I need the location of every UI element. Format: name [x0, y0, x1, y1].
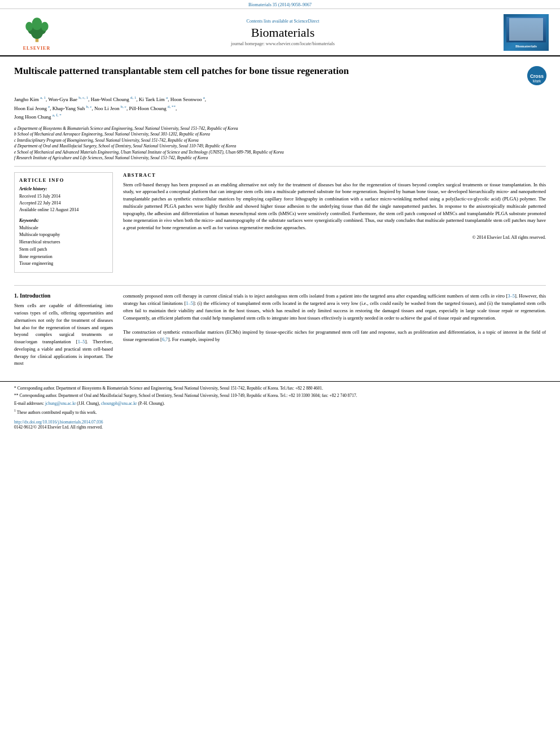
journal-center: Contents lists available at ScienceDirec… [62, 19, 504, 46]
keyword-4: Stem cell patch [19, 246, 108, 254]
email-choung[interactable]: choungph@snu.ac.kr [101, 401, 137, 406]
affiliation-f: f Research Institute of Agriculture and … [14, 155, 546, 161]
keyword-6: Tissue engineering [19, 260, 108, 268]
sciencedirect-info: Contents lists available at ScienceDirec… [62, 19, 504, 24]
elsevier-brand-text: ELSEVIER [23, 46, 50, 51]
article-info-box: ARTICLE INFO Article history: Received 1… [14, 172, 113, 273]
intro-right-text: commonly proposed stem cell therapy in c… [123, 292, 546, 343]
ref-1-5-link-2[interactable]: 1–5 [186, 300, 193, 306]
intro-left-text: Stem cells are capable of differentiatin… [14, 302, 113, 367]
available-date: Available online 12 August 2014 [19, 207, 108, 213]
elsevier-logo: ELSEVIER [11, 14, 62, 51]
page: Biomaterials 35 (2014) 9058–9067 ELSEVIE… [0, 0, 560, 747]
received-date: Received 15 July 2014 [19, 193, 108, 200]
biomaterials-logo-box: Biomaterials [504, 14, 549, 51]
article-info-title: ARTICLE INFO [19, 177, 108, 183]
abstract-title: ABSTRACT [123, 172, 546, 178]
keyword-5: Bone regeneration [19, 254, 108, 261]
keywords-title: Keywords: [19, 218, 108, 223]
intro-right-column: commonly proposed stem cell therapy in c… [123, 292, 546, 367]
left-column: ARTICLE INFO Article history: Received 1… [14, 172, 113, 279]
accepted-date: Accepted 22 July 2014 [19, 200, 108, 207]
section-divider [14, 285, 546, 286]
volume-text: Biomaterials 35 (2014) 9058–9067 [248, 2, 312, 7]
keyword-2: Multiscale topography [19, 231, 108, 239]
affiliation-d: d Department of Oral and Maxillofacial S… [14, 143, 546, 150]
elsevier-tree-icon [21, 14, 53, 45]
footnote-2: ** Corresponding author. Department of O… [14, 392, 546, 399]
svg-point-4 [32, 18, 42, 30]
affiliation-c: c Interdisciplinary Program of Bioengine… [14, 138, 546, 144]
affiliation-b: b School of Mechanical and Aerospace Eng… [14, 132, 546, 138]
footnote-1: * Corresponding author. Department of Bi… [14, 385, 546, 391]
abstract-copyright: © 2014 Elsevier Ltd. All rights reserved… [123, 235, 546, 240]
svg-point-5 [25, 22, 33, 31]
journal-volume-info: Biomaterials 35 (2014) 9058–9067 [0, 0, 560, 9]
svg-point-6 [41, 22, 48, 31]
journal-title: Biomaterials [62, 25, 504, 40]
doi-section: http://dx.doi.org/10.1016/j.biomaterials… [0, 417, 560, 432]
ref-1-5-link[interactable]: 1–5 [78, 339, 85, 344]
footnote-email: E-mail addresses: jchung@snu.ac.kr (J.H.… [14, 400, 546, 407]
ref-6-7-link[interactable]: 6,7 [162, 337, 168, 342]
svg-text:Mark: Mark [533, 79, 541, 83]
authors-section: Jangho Kim a, 1, Won-Gyu Bae b, c, 1, Ha… [14, 95, 546, 121]
crossmark-icon: Cross Mark [526, 65, 548, 86]
affiliation-e: e School of Mechanical and Advanced Mate… [14, 150, 546, 156]
doi-copyright: 0142-9612/© 2014 Elsevier Ltd. All right… [14, 425, 546, 430]
right-column: ABSTRACT Stem cell-based therapy has bee… [123, 172, 546, 279]
journal-header: ELSEVIER Contents lists available at Sci… [0, 9, 560, 56]
email-jchung[interactable]: jchung@snu.ac.kr [45, 401, 76, 406]
abstract-text: Stem cell-based therapy has been propose… [123, 181, 546, 231]
biomaterials-logo-text: Biomaterials [515, 44, 537, 49]
keyword-1: Multiscale [19, 225, 108, 232]
ref-3-5-link-1[interactable]: 3–5 [508, 293, 515, 299]
footnotes-section: * Corresponding author. Department of Bi… [0, 381, 560, 416]
footnote-equal: 1 These authors contributed equally to t… [14, 408, 546, 416]
intro-left-column: 1. Introduction Stem cells are capable o… [14, 292, 113, 367]
keyword-3: Hierarchical structures [19, 239, 108, 246]
affiliation-a: a Department of Biosystems & Biomaterial… [14, 126, 546, 132]
svg-text:Cross: Cross [530, 73, 544, 79]
article-body-top: ARTICLE INFO Article history: Received 1… [14, 172, 546, 279]
crossmark-badge[interactable]: Cross Mark [526, 65, 546, 85]
main-content: Multiscale patterned transplantable stem… [0, 56, 560, 373]
article-title: Multiscale patterned transplantable stem… [14, 65, 520, 77]
journal-homepage: journal homepage: www.elsevier.com/locat… [62, 41, 504, 46]
article-history-title: Article history: [19, 186, 108, 191]
doi-link[interactable]: http://dx.doi.org/10.1016/j.biomaterials… [14, 420, 546, 425]
sciencedirect-link[interactable]: ScienceDirect [294, 19, 320, 24]
affiliations-section: a Department of Biosystems & Biomaterial… [14, 126, 546, 167]
article-title-section: Multiscale patterned transplantable stem… [14, 65, 546, 89]
introduction-section: 1. Introduction Stem cells are capable o… [14, 292, 546, 367]
intro-heading: 1. Introduction [14, 292, 113, 299]
